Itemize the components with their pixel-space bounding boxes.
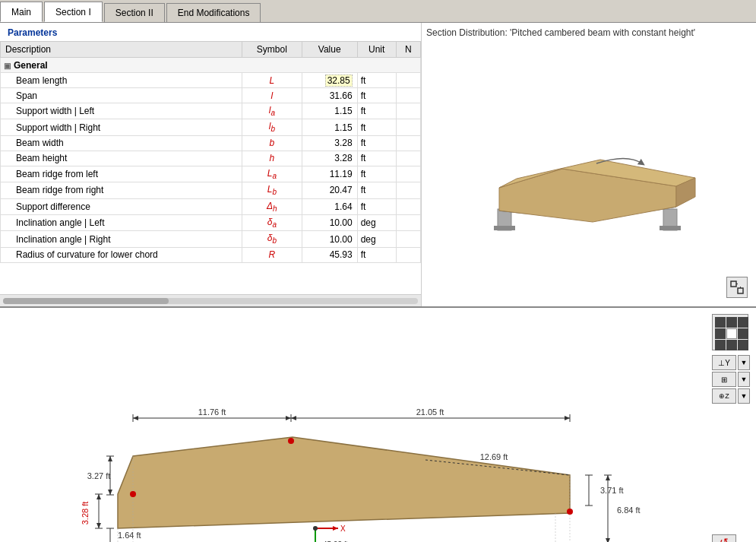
svg-text:X: X <box>340 525 346 533</box>
view3d-canvas <box>426 43 751 302</box>
view3d-title: Section Distribution: 'Pitched cambered … <box>426 27 751 38</box>
horizontal-scrollbar[interactable] <box>0 294 421 306</box>
view-controls: ⊥Y ▼ ⊞ ▼ ⊕Z ▼ <box>712 314 750 404</box>
bottom-panel: 11.76 ft 21.05 ft 3.27 ft 3.28 ft 1.64 f… <box>0 308 756 542</box>
svg-text:3.28 ft: 3.28 ft <box>81 502 90 525</box>
zoom-fit-button[interactable] <box>726 277 748 298</box>
coord-controls: ⊕Z ▼ <box>712 388 750 404</box>
table-row[interactable]: Spanl31.66ft <box>1 88 421 103</box>
beam-3d-svg <box>475 97 703 249</box>
table-group-general: ▣General <box>1 58 421 73</box>
table-row[interactable]: Support differenceΔh1.64ft <box>1 198 421 214</box>
svg-text:11.76 ft: 11.76 ft <box>198 407 226 417</box>
col-value: Value <box>302 42 357 58</box>
params-section: Parameters Description Symbol Value Unit… <box>0 23 422 306</box>
coord-dropdown[interactable]: ▼ <box>738 388 750 404</box>
params-title: Parameters <box>0 23 421 41</box>
svg-text:3.27 ft: 3.27 ft <box>87 471 111 480</box>
engineering-drawing: 11.76 ft 21.05 ft 3.27 ft 3.28 ft 1.64 f… <box>0 308 756 542</box>
coord-button[interactable]: ⊕Z <box>712 388 736 404</box>
axis-controls: ⊥Y ▼ <box>712 355 750 370</box>
tab-section1[interactable]: Section I <box>44 2 103 22</box>
table-row[interactable]: Support width | Leftla1.15ft <box>1 103 421 119</box>
table-row[interactable]: Support width | Rightlb1.15ft <box>1 119 421 135</box>
grid-view-button[interactable] <box>712 314 748 350</box>
undo-button[interactable]: ↺ <box>712 534 736 542</box>
layer-button[interactable]: ⊞ <box>712 372 736 387</box>
table-row[interactable]: Inclination angle | Rightδb10.00deg <box>1 231 421 247</box>
view3d-section: Section Distribution: 'Pitched cambered … <box>422 23 756 306</box>
svg-point-88 <box>567 509 573 515</box>
y-axis-dropdown[interactable]: ▼ <box>738 355 750 370</box>
y-axis-button[interactable]: ⊥Y <box>712 355 736 370</box>
table-row[interactable]: Radius of curvature for lower chordR45.9… <box>1 247 421 262</box>
svg-rect-3 <box>660 226 681 230</box>
table-row[interactable]: Beam lengthL32.85ft <box>1 73 421 88</box>
table-row[interactable]: Beam heighth3.28ft <box>1 151 421 166</box>
svg-rect-5 <box>738 288 743 293</box>
col-n: N <box>396 42 420 58</box>
svg-text:6.84 ft: 6.84 ft <box>617 506 641 515</box>
col-unit: Unit <box>357 42 396 58</box>
svg-rect-1 <box>494 226 515 230</box>
svg-text:3.71 ft: 3.71 ft <box>600 486 624 495</box>
tab-section2[interactable]: Section II <box>104 3 165 22</box>
tab-main[interactable]: Main <box>0 2 43 22</box>
tab-endmod[interactable]: End Modifications <box>166 3 261 22</box>
col-description: Description <box>1 42 242 58</box>
table-row[interactable]: Beam ridge from rightLb20.47ft <box>1 182 421 198</box>
layer-dropdown[interactable]: ▼ <box>738 372 750 387</box>
top-panel: Parameters Description Symbol Value Unit… <box>0 23 756 308</box>
tab-bar: Main Section I Section II End Modificati… <box>0 0 756 23</box>
svg-point-87 <box>288 438 294 444</box>
svg-text:1.64 ft: 1.64 ft <box>118 531 141 540</box>
table-row[interactable]: Beam widthb3.28ft <box>1 135 421 151</box>
col-symbol: Symbol <box>242 42 302 58</box>
svg-rect-4 <box>731 281 736 287</box>
layer-controls: ⊞ ▼ <box>712 372 750 387</box>
svg-text:12.69 ft: 12.69 ft <box>480 452 508 461</box>
svg-point-86 <box>130 491 136 497</box>
table-row[interactable]: Inclination angle | Leftδa10.00deg <box>1 214 421 230</box>
table-row[interactable]: Beam ridge from leftLa11.19ft <box>1 166 421 182</box>
svg-text:21.05 ft: 21.05 ft <box>416 407 444 417</box>
bottom-controls: ↺ 🖶 ▼ ✕ <box>712 534 750 542</box>
svg-point-85 <box>313 526 318 531</box>
params-table[interactable]: Description Symbol Value Unit N ▣General… <box>0 41 421 294</box>
